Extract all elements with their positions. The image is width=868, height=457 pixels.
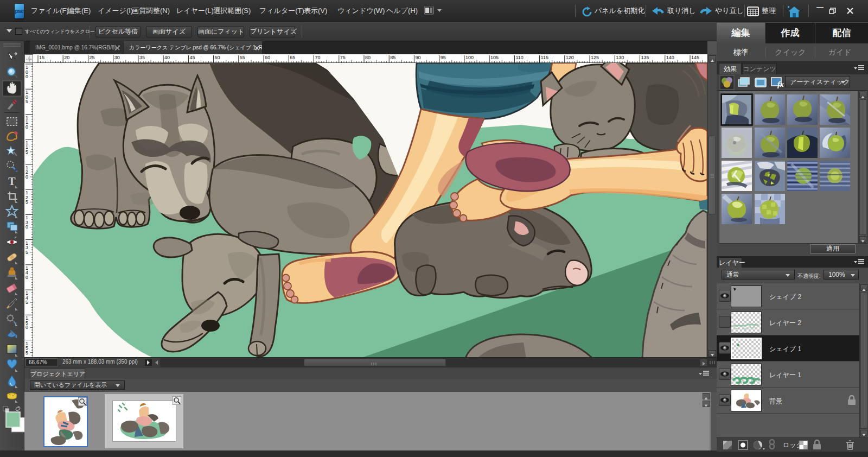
svg-text:25: 25 [90, 55, 95, 60]
svg-text:30: 30 [114, 55, 120, 60]
svg-text:70: 70 [315, 55, 321, 60]
svg-text:55: 55 [240, 55, 245, 60]
svg-text:0: 0 [25, 174, 28, 180]
svg-text:115: 115 [541, 55, 548, 60]
svg-text:45: 45 [189, 55, 195, 60]
svg-text:5: 5 [25, 99, 28, 104]
svg-text:fx: fx [777, 80, 784, 88]
svg-text:50: 50 [215, 55, 220, 60]
svg-text:15: 15 [39, 55, 44, 60]
svg-text:110: 110 [515, 55, 523, 60]
svg-text:135: 135 [641, 55, 649, 60]
svg-text:0: 0 [25, 325, 28, 330]
svg-text:120: 120 [566, 55, 574, 60]
svg-text:130: 130 [616, 55, 624, 60]
svg-text:95: 95 [441, 55, 446, 60]
svg-text:5: 5 [25, 350, 28, 356]
svg-text:90: 90 [415, 55, 420, 60]
svg-text:20: 20 [64, 55, 69, 60]
svg-text:145: 145 [691, 55, 699, 60]
svg-text:85: 85 [390, 55, 395, 60]
svg-text:125: 125 [591, 55, 599, 60]
svg-text:0: 0 [25, 74, 28, 79]
svg-text:80: 80 [365, 55, 371, 60]
svg-text:35: 35 [139, 55, 145, 60]
svg-text:140: 140 [666, 55, 674, 60]
svg-text:60: 60 [265, 55, 270, 60]
svg-text:0: 0 [25, 124, 28, 130]
svg-text:5: 5 [25, 149, 28, 155]
svg-text:5: 5 [25, 300, 28, 305]
svg-text:0: 0 [25, 224, 28, 230]
svg-text:65: 65 [290, 55, 295, 60]
svg-text:105: 105 [490, 55, 499, 60]
svg-text:5: 5 [25, 250, 28, 255]
svg-text:40: 40 [164, 55, 170, 60]
svg-text:T: T [8, 175, 16, 187]
svg-text:75: 75 [340, 55, 346, 60]
svg-text:0: 0 [25, 275, 28, 280]
svg-text:100: 100 [465, 55, 474, 60]
svg-text:5: 5 [25, 199, 28, 205]
